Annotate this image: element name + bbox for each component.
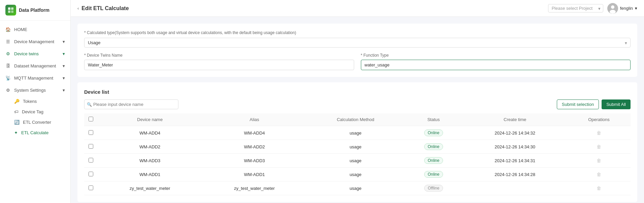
sidebar-item-system-settings-label: System Settings [14, 88, 46, 93]
chevron-down-icon-5: ▾ [63, 88, 65, 93]
topbar: ‹ Edit ETL Calculate Please select Proje… [71, 0, 644, 17]
sidebar-item-home[interactable]: 🏠 HOME [0, 23, 70, 35]
sidebar-nav: 🏠 HOME ☰ Device Management ▾ ⚙ Device tw… [0, 21, 70, 203]
chevron-down-icon-4: ▾ [63, 76, 65, 81]
table-header-alias: Alias [202, 113, 306, 126]
row-checkbox-1 [84, 140, 98, 154]
svg-point-6 [610, 10, 616, 14]
home-icon: 🏠 [5, 27, 11, 32]
svg-point-5 [611, 5, 614, 9]
app-title: Data Platform [19, 7, 49, 13]
status-badge-1: Online [424, 143, 443, 150]
svg-rect-2 [8, 10, 10, 13]
delete-button-0[interactable]: 🗑 [597, 130, 601, 136]
row-calc-method-0: usage [307, 126, 404, 140]
sidebar: Data Platform 🏠 HOME ☰ Device Management… [0, 0, 71, 203]
action-buttons: Submit selection Submit All [557, 99, 631, 109]
table-row: WM-ADD2 WM-ADD2 usage Online 2024-12-26 … [84, 140, 631, 154]
delete-button-4[interactable]: 🗑 [597, 185, 601, 191]
etl-converter-icon: 🔄 [14, 120, 20, 125]
row-calc-method-2: usage [307, 154, 404, 168]
sidebar-item-mqtt-management[interactable]: 📡 MQTT Management ▾ [0, 72, 70, 84]
delete-button-3[interactable]: 🗑 [597, 172, 601, 177]
table-header-operations: Operations [567, 113, 631, 126]
list-toolbar: 🔍 Submit selection Submit All [84, 99, 631, 109]
row-calc-method-1: usage [307, 140, 404, 154]
project-select[interactable]: Please select Project [548, 4, 603, 12]
table-row: WM-ADD1 WM-ADD1 usage Online 2024-12-26 … [84, 168, 631, 181]
sidebar-item-system-settings[interactable]: ⚙ System Settings ▾ [0, 84, 70, 96]
function-type-label: * Function Type [361, 53, 631, 58]
row-status-1: Online [404, 140, 463, 154]
topbar-right: Please select Project fenglin ▾ [548, 3, 637, 14]
topbar-left: ‹ Edit ETL Calculate [77, 5, 129, 11]
sidebar-item-device-tag-label: Device Tag [22, 109, 43, 114]
system-settings-icon: ⚙ [5, 87, 11, 93]
main-content: ‹ Edit ETL Calculate Please select Proje… [71, 0, 644, 203]
table-row: WM-ADD4 WM-ADD4 usage Online 2024-12-26 … [84, 126, 631, 140]
table-row: WM-ADD3 WM-ADD3 usage Online 2024-12-26 … [84, 154, 631, 168]
table-header-device-name: Device name [98, 113, 202, 126]
device-twins-name-label: * Device Twins Name [84, 53, 354, 58]
table-header: Device name Alias Calculation Method Sta… [84, 113, 631, 126]
function-type-group: * Function Type [361, 53, 631, 70]
row-select-0[interactable] [89, 130, 93, 135]
delete-button-1[interactable]: 🗑 [597, 144, 601, 149]
sidebar-item-dataset-management[interactable]: 🗄 Dataset Management ▾ [0, 60, 70, 72]
row-calc-method-3: usage [307, 168, 404, 181]
user-info[interactable]: fenglin ▾ [607, 3, 637, 14]
row-checkbox-0 [84, 126, 98, 140]
row-alias-4: zy_test_water_meter [202, 181, 306, 195]
sidebar-item-etl-calculate[interactable]: ✦ ETL Calculate [0, 127, 70, 138]
calc-type-select[interactable]: Usage [84, 38, 631, 48]
table-header-status: Status [404, 113, 463, 126]
svg-rect-1 [11, 7, 13, 10]
device-search-input[interactable] [84, 99, 178, 109]
app-logo-icon [5, 5, 16, 16]
row-select-3[interactable] [89, 172, 93, 176]
device-table: Device name Alias Calculation Method Sta… [84, 113, 631, 195]
avatar [607, 3, 618, 14]
sidebar-logo: Data Platform [0, 0, 70, 21]
row-status-4: Offline [404, 181, 463, 195]
table-header-checkbox [84, 113, 98, 126]
row-checkbox-3 [84, 168, 98, 181]
row-select-1[interactable] [89, 144, 93, 149]
sidebar-item-dataset-label: Dataset Management [14, 63, 56, 68]
submit-selection-button[interactable]: Submit selection [557, 99, 599, 109]
calc-type-label: * Calculated type(System supports both u… [84, 30, 631, 35]
sidebar-item-device-twins[interactable]: ⚙ Device twins ▾ [0, 48, 70, 60]
row-operations-4: 🗑 [567, 181, 631, 195]
tokens-icon: 🔑 [14, 99, 20, 104]
sidebar-item-etl-converter[interactable]: 🔄 ETL Converter [0, 117, 70, 127]
form-section: * Calculated type(System supports both u… [77, 24, 637, 77]
device-list-title: Device list [84, 89, 631, 95]
row-select-4[interactable] [89, 185, 93, 190]
device-list-section: Device list 🔍 Submit selection Submit Al… [77, 82, 637, 202]
form-row: * Device Twins Name * Function Type [84, 53, 631, 70]
chevron-down-icon-2: ▾ [63, 51, 65, 56]
submit-all-button[interactable]: Submit All [602, 99, 631, 109]
row-select-2[interactable] [89, 158, 93, 163]
function-type-input[interactable] [361, 60, 631, 70]
row-create-time-3: 2024-12-26 14:34:28 [463, 168, 567, 181]
row-status-2: Online [404, 154, 463, 168]
delete-button-2[interactable]: 🗑 [597, 158, 601, 163]
svg-rect-3 [11, 10, 13, 13]
sidebar-item-device-management[interactable]: ☰ Device Management ▾ [0, 35, 70, 48]
row-alias-1: WM-ADD2 [202, 140, 306, 154]
sidebar-item-tokens[interactable]: 🔑 Tokens [0, 96, 70, 107]
row-device-name-0: WM-ADD4 [98, 126, 202, 140]
status-badge-2: Online [424, 157, 443, 164]
row-create-time-0: 2024-12-26 14:34:32 [463, 126, 567, 140]
row-status-3: Online [404, 168, 463, 181]
row-alias-2: WM-ADD3 [202, 154, 306, 168]
sidebar-item-device-twins-label: Device twins [14, 51, 39, 56]
sidebar-item-device-tag[interactable]: 🏷 Device Tag [0, 107, 70, 117]
back-button[interactable]: ‹ [77, 6, 79, 11]
project-select-wrapper: Please select Project [548, 4, 603, 12]
device-twins-name-input[interactable] [84, 60, 354, 70]
dataset-icon: 🗄 [5, 63, 11, 68]
device-management-icon: ☰ [5, 39, 11, 44]
select-all-checkbox[interactable] [89, 117, 93, 121]
